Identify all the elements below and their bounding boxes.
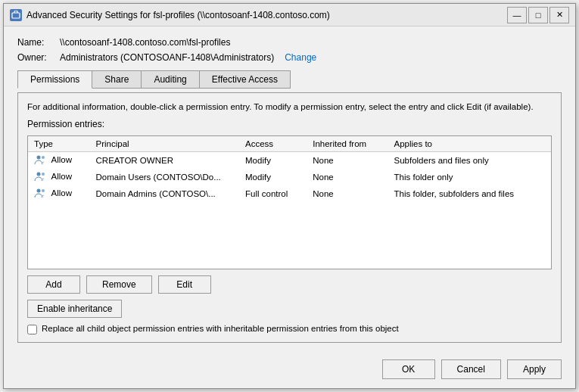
col-header-principal: Principal [90, 136, 240, 152]
tab-effective-access[interactable]: Effective Access [199, 70, 291, 89]
tab-content-permissions: For additional information, double-click… [17, 92, 562, 343]
cell-type: Allow [28, 152, 90, 170]
change-link[interactable]: Change [285, 52, 316, 63]
cell-applies-to: Subfolders and files only [388, 152, 551, 170]
permission-entries-table-container: Type Principal Access Inherited from App… [27, 135, 552, 269]
cell-inherited-from: None [307, 185, 388, 202]
title-buttons: — □ ✕ [507, 7, 569, 23]
cell-access: Modify [239, 152, 307, 170]
permissions-description: For additional information, double-click… [27, 101, 552, 113]
svg-rect-0 [12, 13, 20, 18]
cancel-button[interactable]: Cancel [441, 359, 501, 379]
name-row: Name: \\contosoanf-1408.contoso.com\fsl-… [17, 37, 562, 48]
svg-point-4 [42, 173, 45, 176]
owner-label: Owner: [17, 52, 54, 63]
remove-button[interactable]: Remove [86, 275, 152, 294]
svg-point-1 [37, 156, 41, 160]
user-icon [34, 171, 46, 183]
permission-entries-table: Type Principal Access Inherited from App… [28, 136, 551, 202]
cell-access: Full control [239, 185, 307, 202]
title-bar: Advanced Security Settings for fsl-profi… [4, 4, 575, 26]
cell-type: Allow [28, 169, 90, 185]
cell-principal: Domain Admins (CONTOSO\... [90, 185, 240, 202]
table-row[interactable]: Allow Domain Admins (CONTOSO\... Full co… [28, 185, 551, 202]
main-window: Advanced Security Settings for fsl-profi… [3, 3, 576, 389]
col-header-access: Access [239, 136, 307, 152]
table-row[interactable]: Allow Domain Users (CONTOSO\Do... Modify… [28, 169, 551, 185]
cell-access: Modify [239, 169, 307, 185]
maximize-button[interactable]: □ [528, 7, 548, 23]
name-value: \\contosoanf-1408.contoso.com\fsl-profil… [60, 37, 230, 48]
name-label: Name: [17, 37, 54, 48]
replace-permissions-label: Replace all child object permission entr… [42, 324, 399, 333]
cell-principal: Domain Users (CONTOSO\Do... [90, 169, 240, 185]
dialog-footer: OK Cancel Apply [4, 353, 575, 388]
user-icon [34, 188, 46, 200]
window-icon [10, 9, 22, 21]
tab-share[interactable]: Share [92, 70, 142, 89]
svg-point-6 [42, 189, 45, 192]
enable-inheritance-button[interactable]: Enable inheritance [27, 300, 122, 318]
owner-row: Owner: Administrators (CONTOSOANF-1408\A… [17, 52, 562, 63]
dialog-content: Name: \\contosoanf-1408.contoso.com\fsl-… [4, 26, 575, 353]
user-icon [34, 154, 46, 166]
cell-principal: CREATOR OWNER [90, 152, 240, 170]
edit-button[interactable]: Edit [158, 275, 211, 294]
permission-entries-label: Permission entries: [27, 119, 552, 129]
add-button[interactable]: Add [27, 275, 80, 294]
col-header-type: Type [28, 136, 90, 152]
col-header-applies-to: Applies to [388, 136, 551, 152]
svg-point-2 [42, 156, 45, 159]
cell-inherited-from: None [307, 152, 388, 170]
table-header-row: Type Principal Access Inherited from App… [28, 136, 551, 152]
minimize-button[interactable]: — [507, 7, 527, 23]
close-button[interactable]: ✕ [549, 7, 569, 23]
svg-point-3 [37, 173, 41, 176]
replace-permissions-row: Replace all child object permission entr… [27, 324, 552, 334]
col-header-inherited-from: Inherited from [307, 136, 388, 152]
cell-inherited-from: None [307, 169, 388, 185]
cell-applies-to: This folder, subfolders and files [388, 185, 551, 202]
window-title: Advanced Security Settings for fsl-profi… [26, 10, 507, 20]
ok-button[interactable]: OK [382, 359, 435, 379]
replace-permissions-checkbox[interactable] [27, 325, 37, 334]
cell-applies-to: This folder only [388, 169, 551, 185]
tabs-bar: Permissions Share Auditing Effective Acc… [17, 70, 562, 89]
table-row[interactable]: Allow CREATOR OWNER Modify None Subfolde… [28, 152, 551, 170]
owner-value: Administrators (CONTOSOANF-1408\Administ… [60, 52, 274, 63]
permission-action-buttons: Add Remove Edit [27, 275, 552, 294]
svg-point-5 [37, 189, 41, 193]
tab-permissions[interactable]: Permissions [17, 70, 92, 89]
apply-button[interactable]: Apply [507, 359, 562, 379]
tab-auditing[interactable]: Auditing [141, 70, 199, 89]
cell-type: Allow [28, 185, 90, 202]
